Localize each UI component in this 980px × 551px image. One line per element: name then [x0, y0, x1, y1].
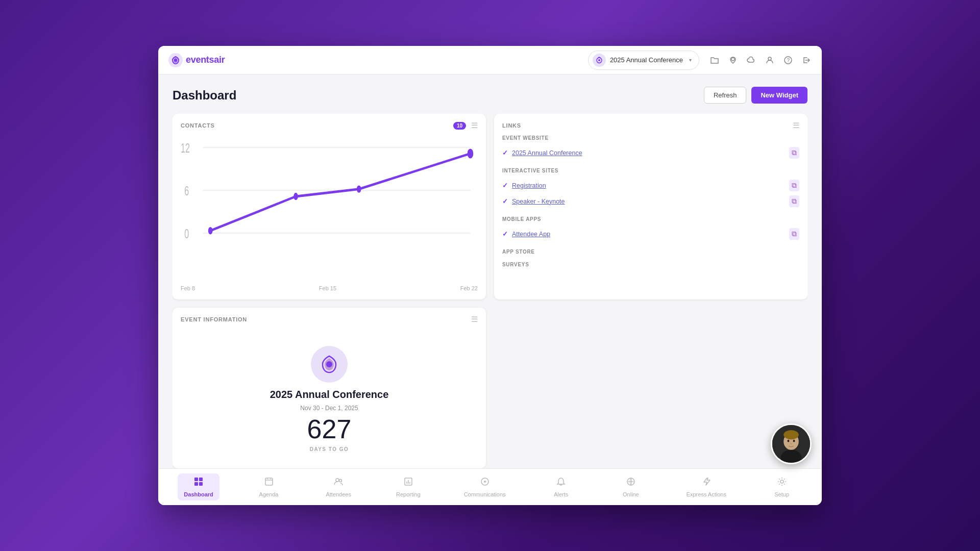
- page-title: Dashboard: [173, 88, 236, 103]
- user-icon[interactable]: [765, 55, 775, 65]
- event-info-title: EVENT INFORMATION: [181, 316, 247, 322]
- help-icon[interactable]: ?: [783, 55, 793, 65]
- folder-icon[interactable]: [709, 55, 720, 65]
- event-website-link[interactable]: 2025 Annual Conference: [512, 149, 582, 157]
- copy-icon[interactable]: ⧉: [789, 195, 799, 207]
- nav-item-setup[interactable]: Setup: [762, 473, 802, 500]
- svg-point-3: [731, 58, 734, 61]
- user-avatar[interactable]: [771, 423, 812, 464]
- registration-link[interactable]: Registration: [512, 182, 546, 189]
- refresh-button[interactable]: Refresh: [704, 87, 747, 104]
- link-row: ✓ 2025 Annual Conference ⧉: [502, 145, 799, 161]
- event-selector-icon: [593, 54, 606, 67]
- dashboard-grid: CONTACTS 10 ☰: [173, 114, 807, 468]
- svg-point-40: [783, 430, 799, 440]
- nav-item-online[interactable]: Online: [610, 473, 651, 500]
- contacts-widget: CONTACTS 10 ☰: [173, 114, 486, 299]
- link-row-registration: ✓ Registration ⧉: [502, 178, 799, 193]
- check-icon: ✓: [502, 149, 508, 157]
- contacts-header-right: 10 ☰: [453, 121, 478, 130]
- nav-label-online: Online: [623, 491, 639, 497]
- links-widget-header: LINKS ☰: [494, 114, 807, 135]
- svg-point-33: [484, 481, 486, 483]
- svg-point-2: [598, 59, 600, 61]
- attendees-icon: [333, 477, 344, 489]
- svg-point-17: [326, 361, 332, 367]
- user-avatar-face: [772, 425, 810, 463]
- event-info-name: 2025 Annual Conference: [270, 389, 389, 400]
- speaker-keynote-link[interactable]: Speaker - Keynote: [512, 198, 565, 205]
- svg-text:6: 6: [184, 183, 189, 198]
- links-mobile-section: MOBILE APPS ✓ Attendee App ⧉: [502, 216, 799, 242]
- contacts-widget-header: CONTACTS 10 ☰: [173, 114, 486, 135]
- nav-item-attendees[interactable]: Attendees: [318, 473, 359, 500]
- svg-text:12: 12: [181, 140, 190, 155]
- links-interactive-section: INTERACTIVE SITES ✓ Registration ⧉: [502, 168, 799, 209]
- attendee-app-link[interactable]: Attendee App: [512, 231, 550, 238]
- svg-rect-18: [194, 478, 198, 481]
- nav-label-reporting: Reporting: [396, 491, 421, 497]
- empty-grid-cell: [494, 308, 807, 468]
- nav-label-dashboard: Dashboard: [184, 491, 213, 497]
- svg-point-13: [208, 227, 213, 234]
- svg-point-27: [339, 480, 342, 482]
- contacts-chart: 12 6 0: [181, 135, 478, 282]
- event-info-widget-header: EVENT INFORMATION ☰: [173, 308, 486, 329]
- logo: eventsair: [168, 53, 225, 67]
- nav-label-attendees: Attendees: [326, 491, 351, 497]
- nav-item-agenda[interactable]: Agenda: [249, 473, 289, 500]
- event-info-content: 2025 Annual Conference Nov 30 - Dec 1, 2…: [173, 329, 486, 468]
- links-widget-title: LINKS: [502, 122, 521, 129]
- express-actions-icon: [701, 477, 712, 489]
- nav-item-alerts[interactable]: Alerts: [541, 473, 581, 500]
- alerts-icon: [556, 477, 566, 489]
- link-row-attendee-app: ✓ Attendee App ⧉: [502, 226, 799, 242]
- contacts-badge: 10: [453, 122, 466, 130]
- links-menu-icon[interactable]: ☰: [793, 121, 799, 130]
- event-name-text: 2025 Annual Conference: [610, 56, 683, 64]
- nav-item-reporting[interactable]: Reporting: [388, 473, 429, 500]
- link-row-speaker: ✓ Speaker - Keynote ⧉: [502, 193, 799, 209]
- check-icon: ✓: [502, 182, 508, 189]
- svg-rect-22: [265, 478, 273, 485]
- event-logo-svg: [318, 353, 340, 375]
- links-widget: LINKS ☰ EVENT WEBSITE ✓ 2025 Annual Conf…: [494, 114, 807, 299]
- cloud-icon[interactable]: [746, 55, 756, 65]
- copy-icon[interactable]: ⧉: [789, 147, 799, 159]
- links-event-website-section: EVENT WEBSITE ✓ 2025 Annual Conference ⧉: [502, 135, 799, 161]
- logout-icon[interactable]: [801, 55, 812, 65]
- communications-icon: [480, 477, 490, 489]
- copy-icon[interactable]: ⧉: [789, 228, 799, 240]
- bottom-nav: Dashboard Agenda Attendees Reporting: [158, 468, 822, 505]
- event-info-widget: EVENT INFORMATION ☰ 2025 Annual Conferen…: [173, 308, 486, 468]
- copy-icon[interactable]: ⧉: [789, 180, 799, 191]
- nav-item-communications[interactable]: Communications: [458, 473, 512, 500]
- reporting-icon: [403, 477, 413, 489]
- event-info-menu-icon[interactable]: ☰: [471, 315, 478, 324]
- agenda-icon: [264, 477, 274, 489]
- svg-point-15: [357, 185, 361, 192]
- svg-point-4: [768, 57, 771, 60]
- check-icon: ✓: [502, 197, 508, 205]
- main-content: Dashboard Refresh New Widget CONTACTS 10…: [158, 74, 822, 468]
- event-selector[interactable]: 2025 Annual Conference ▾: [588, 51, 699, 70]
- nav-label-alerts: Alerts: [554, 491, 568, 497]
- contacts-menu-icon[interactable]: ☰: [471, 121, 478, 130]
- event-info-dates: Nov 30 - Dec 1, 2025: [300, 405, 358, 412]
- svg-rect-20: [194, 482, 198, 486]
- nav-item-dashboard[interactable]: Dashboard: [178, 473, 219, 500]
- new-widget-button[interactable]: New Widget: [751, 87, 807, 104]
- links-content: EVENT WEBSITE ✓ 2025 Annual Conference ⧉: [494, 135, 807, 299]
- dashboard-icon: [193, 477, 204, 489]
- event-logo-circle: [311, 346, 348, 383]
- top-bar-actions: ?: [709, 55, 812, 65]
- nav-item-express-actions[interactable]: Express Actions: [680, 473, 732, 500]
- nav-label-setup: Setup: [774, 491, 789, 497]
- chart-x-labels: Feb 8 Feb 15 Feb 22: [181, 282, 478, 291]
- nav-label-communications: Communications: [464, 491, 506, 497]
- location-icon[interactable]: [728, 55, 738, 65]
- links-surveys-section: SURVEYS: [502, 262, 799, 267]
- logo-text: eventsair: [186, 55, 225, 65]
- svg-text:0: 0: [184, 226, 189, 241]
- top-bar: eventsair 2025 Annual Conference ▾: [158, 46, 822, 74]
